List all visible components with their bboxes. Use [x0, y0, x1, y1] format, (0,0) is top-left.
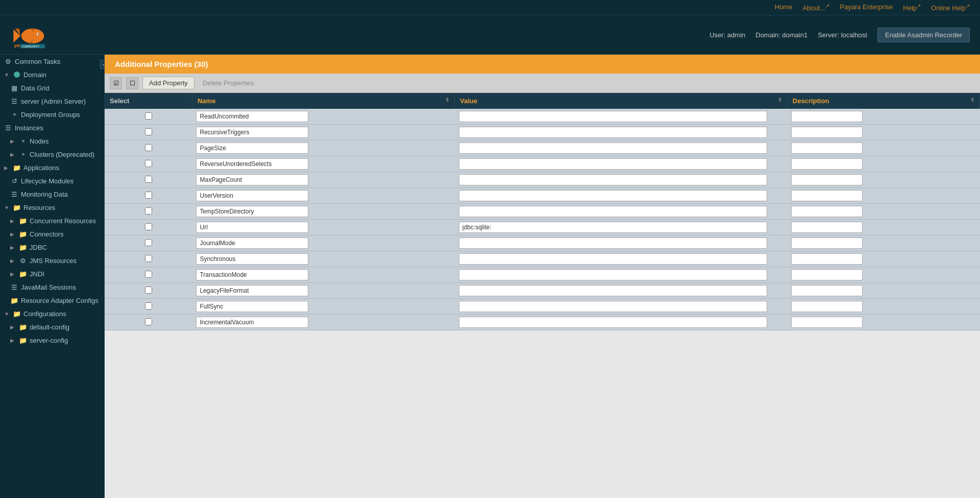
desc-input-7[interactable]: [791, 222, 863, 233]
row-checkbox-13[interactable]: [145, 318, 152, 325]
value-input-4[interactable]: [459, 174, 767, 185]
online-help-link[interactable]: Online Help↗: [931, 3, 970, 12]
sidebar-toggle-button[interactable]: ◀: [100, 60, 105, 69]
desc-input-3[interactable]: [791, 158, 863, 170]
sidebar-item-instances[interactable]: ☰ Instances: [0, 121, 104, 134]
home-link[interactable]: Home: [775, 3, 793, 12]
enable-asadmin-recorder-button[interactable]: Enable Asadmin Recorder: [877, 28, 970, 42]
row-checkbox-9[interactable]: [145, 255, 152, 262]
name-input-0[interactable]: [196, 111, 308, 122]
row-checkbox-0[interactable]: [145, 112, 152, 120]
name-input-12[interactable]: [196, 301, 308, 312]
row-checkbox-10[interactable]: [145, 271, 152, 278]
delete-properties-button[interactable]: Delete Properties: [199, 77, 258, 89]
desc-input-6[interactable]: [791, 206, 863, 217]
desc-sort-icon[interactable]: ⇕: [970, 97, 974, 103]
row-checkbox-6[interactable]: [145, 207, 152, 215]
sidebar-item-javamail-sessions[interactable]: ☰ JavaMail Sessions: [0, 280, 104, 294]
sidebar-item-configurations[interactable]: ▼ 📁 Configurations: [0, 307, 104, 320]
value-sort-icon[interactable]: ⇕: [778, 97, 782, 103]
sidebar-item-domain[interactable]: ▼ Domain: [0, 68, 104, 81]
sidebar-item-server-config[interactable]: ▶ 📁 server-config: [0, 334, 104, 347]
row-checkbox-1[interactable]: [145, 128, 152, 135]
table-row: [105, 220, 980, 235]
instances-icon: ☰: [4, 124, 12, 132]
desc-input-11[interactable]: [791, 285, 863, 296]
row-description-cell: [787, 267, 979, 283]
row-checkbox-4[interactable]: [145, 176, 152, 183]
sidebar-item-default-config[interactable]: ▶ 📁 default-config: [0, 320, 104, 334]
value-input-11[interactable]: [459, 285, 767, 296]
sidebar-item-lifecycle-modules[interactable]: ↺ Lifecycle Modules: [0, 174, 104, 187]
desc-input-0[interactable]: [791, 111, 863, 122]
name-input-5[interactable]: [196, 190, 308, 201]
name-input-10[interactable]: [196, 269, 308, 280]
value-input-3[interactable]: [459, 158, 767, 170]
row-checkbox-11[interactable]: [145, 287, 152, 294]
sidebar-item-clusters[interactable]: ▶ ⚬ Clusters (Deprecated): [0, 148, 104, 161]
value-input-6[interactable]: [459, 206, 767, 217]
sidebar-item-jndi[interactable]: ▶ 📁 JNDI: [0, 267, 104, 280]
value-input-1[interactable]: [459, 127, 767, 138]
help-ext-icon: ↗: [917, 3, 921, 9]
row-name-cell: [192, 125, 454, 140]
sidebar-item-jdbc[interactable]: ▶ 📁 JDBC: [0, 241, 104, 254]
table-row: [105, 172, 980, 188]
value-input-10[interactable]: [459, 269, 767, 280]
deselect-all-button[interactable]: ☐: [126, 77, 138, 89]
sidebar-item-resources[interactable]: ▼ 📁 Resources: [0, 201, 104, 214]
name-input-9[interactable]: [196, 253, 308, 265]
name-input-2[interactable]: [196, 143, 308, 154]
name-input-4[interactable]: [196, 174, 308, 185]
desc-input-10[interactable]: [791, 269, 863, 280]
name-input-1[interactable]: [196, 127, 308, 138]
payara-enterprise-link[interactable]: Payara Enterprise: [840, 3, 893, 12]
add-property-button[interactable]: Add Property: [142, 77, 194, 89]
sidebar-item-concurrent-resources[interactable]: ▶ 📁 Concurrent Resources: [0, 214, 104, 227]
row-name-cell: [192, 140, 454, 156]
desc-input-4[interactable]: [791, 174, 863, 185]
value-input-0[interactable]: [459, 111, 767, 122]
desc-input-1[interactable]: [791, 127, 863, 138]
row-checkbox-5[interactable]: [145, 192, 152, 199]
sidebar-item-connectors[interactable]: ▶ 📁 Connectors: [0, 227, 104, 241]
value-input-7[interactable]: [459, 222, 767, 233]
row-checkbox-2[interactable]: [145, 144, 152, 151]
name-input-8[interactable]: [196, 238, 308, 249]
row-checkbox-3[interactable]: [145, 160, 152, 167]
desc-input-2[interactable]: [791, 143, 863, 154]
about-link[interactable]: About...↗: [802, 3, 829, 12]
name-input-6[interactable]: [196, 206, 308, 217]
name-input-3[interactable]: [196, 158, 308, 170]
sidebar-item-common-tasks[interactable]: ⚙ Common Tasks: [0, 55, 104, 68]
value-input-13[interactable]: [459, 317, 767, 328]
value-input-5[interactable]: [459, 190, 767, 201]
sidebar-item-monitoring-data[interactable]: ☰ Monitoring Data: [0, 187, 104, 201]
sidebar-item-admin-server[interactable]: ☰ server (Admin Server): [0, 94, 104, 108]
select-all-button[interactable]: ☑: [110, 77, 122, 89]
sidebar-item-data-grid[interactable]: ▦ Data Grid: [0, 81, 104, 94]
sidebar-item-resource-adapter-configs[interactable]: 📁 Resource Adapter Configs: [0, 294, 104, 307]
row-checkbox-7[interactable]: [145, 223, 152, 230]
name-input-7[interactable]: [196, 222, 308, 233]
sidebar-item-nodes[interactable]: ▶ ⚬ Nodes: [0, 134, 104, 148]
sidebar-item-applications[interactable]: ▶ 📁 Applications: [0, 161, 104, 174]
desc-input-13[interactable]: [791, 317, 863, 328]
row-checkbox-12[interactable]: [145, 302, 152, 310]
desc-input-12[interactable]: [791, 301, 863, 312]
desc-input-5[interactable]: [791, 190, 863, 201]
desc-input-8[interactable]: [791, 238, 863, 249]
row-checkbox-8[interactable]: [145, 239, 152, 246]
name-input-11[interactable]: [196, 285, 308, 296]
value-input-2[interactable]: [459, 143, 767, 154]
row-description-cell: [787, 235, 979, 251]
sidebar-item-jms-resources[interactable]: ▶ ⚙ JMS Resources: [0, 254, 104, 267]
desc-input-9[interactable]: [791, 253, 863, 265]
value-input-9[interactable]: [459, 253, 767, 265]
sidebar-item-deployment-groups[interactable]: ⚬ Deployment Groups: [0, 108, 104, 121]
value-input-8[interactable]: [459, 238, 767, 249]
name-sort-icon[interactable]: ⇕: [445, 97, 449, 103]
name-input-13[interactable]: [196, 317, 308, 328]
help-link[interactable]: Help↗: [903, 3, 921, 12]
value-input-12[interactable]: [459, 301, 767, 312]
